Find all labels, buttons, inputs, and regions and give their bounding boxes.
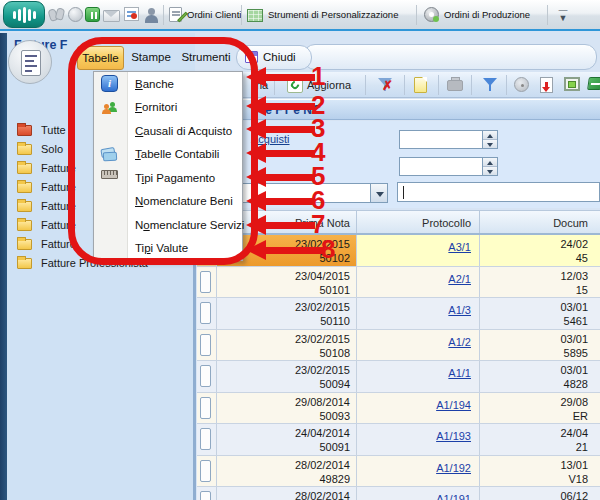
user-icon[interactable] (143, 7, 160, 24)
edit-document-icon (169, 7, 182, 22)
protocollo-link[interactable]: A1/2 (448, 336, 471, 348)
filter-clear-icon[interactable]: ✗ (377, 77, 393, 93)
ordini-clienti-button[interactable]: Ordini Clienti (187, 9, 241, 20)
map-pin-icon[interactable] (124, 7, 139, 21)
row-selector[interactable] (197, 456, 217, 487)
table-row[interactable]: 23/02/201550094 A1/1 03/014828 (197, 361, 600, 393)
folder-icon (17, 258, 32, 269)
protocollo-link[interactable]: A1/191 (436, 493, 471, 500)
spinner-buttons[interactable] (482, 158, 497, 175)
numeric-spinner-field-1[interactable] (399, 130, 498, 149)
grid-body: 23/02/201550102 A3/1 24/0245 23/04/20155… (197, 235, 600, 500)
folder-icon (17, 201, 32, 212)
protocollo-link[interactable]: A2/1 (448, 273, 471, 285)
row-selector[interactable] (197, 267, 217, 298)
toolbar-separator (241, 5, 242, 25)
document-list-icon (21, 50, 41, 76)
folder-icon (17, 220, 32, 231)
toolbar-separator (416, 5, 417, 25)
clock-icon[interactable] (514, 77, 529, 92)
table-row[interactable]: 23/04/201550101 A2/1 12/0315 (197, 267, 600, 299)
row-selector[interactable] (197, 330, 217, 361)
application-toolbar: Ordini Clienti Strumenti di Personalizza… (0, 0, 600, 31)
pause-icon[interactable] (85, 7, 100, 22)
row-selector[interactable] (197, 487, 217, 500)
chevron-down-icon[interactable]: —▼ (556, 6, 570, 23)
column-header-protocollo[interactable]: Protocollo (357, 211, 480, 233)
column-header-documento[interactable]: Docum (480, 211, 600, 233)
text-caret (403, 186, 404, 199)
folder-icon (17, 182, 32, 193)
left-accent-strip (0, 33, 7, 500)
folder-icon (17, 144, 32, 155)
protocollo-link[interactable]: A1/1 (448, 367, 471, 379)
table-row[interactable]: 24/04/201450091 A1/193 24/0421 (197, 424, 600, 456)
gear-icon (424, 7, 439, 22)
empty-tab-group (303, 44, 597, 70)
table-row[interactable]: 28/02/201449829 A1/192 13/01V18 (197, 456, 600, 488)
table-row[interactable]: 29/08/201450093 A1/194 29/08ER (197, 393, 600, 425)
protocollo-link[interactable]: A1/193 (436, 430, 471, 442)
protocollo-link[interactable]: A1/194 (436, 399, 471, 411)
spinner-buttons[interactable] (482, 131, 497, 148)
row-selector[interactable] (197, 361, 217, 392)
row-selector[interactable] (197, 424, 217, 455)
table-grid-icon (247, 9, 263, 22)
main-menu-button[interactable] (8, 40, 52, 84)
printer-icon[interactable] (447, 80, 463, 91)
annotation-highlight-box (68, 37, 258, 265)
filter-icon[interactable] (482, 77, 498, 93)
strumenti-personalizzazione-button[interactable]: Strumenti di Personalizzazione (268, 9, 398, 20)
dropdown-arrow-button[interactable] (370, 184, 387, 202)
export-document-icon[interactable] (540, 77, 553, 93)
numeric-spinner-field-2[interactable] (399, 157, 498, 176)
window-preview-icon[interactable] (564, 77, 580, 91)
app-logo-icon[interactable] (3, 1, 45, 28)
mail-icon[interactable] (103, 10, 120, 22)
protocollo-link[interactable]: A3/1 (448, 241, 471, 253)
row-selector[interactable] (197, 298, 217, 329)
folder-icon (17, 239, 32, 250)
table-row[interactable]: 28/02/2014 A1/191 06/12 (197, 487, 600, 500)
row-selector[interactable] (197, 393, 217, 424)
search-text-input[interactable] (397, 182, 600, 202)
book-icon[interactable] (587, 77, 600, 90)
toolbar-separator (163, 5, 164, 25)
ordini-produzione-button[interactable]: Ordini di Produzione (444, 9, 530, 20)
protocollo-link[interactable]: A1/192 (436, 462, 471, 474)
protocollo-link[interactable]: A1/3 (448, 304, 471, 316)
folder-icon (17, 163, 32, 174)
sphere-icon[interactable] (68, 7, 83, 22)
gloves-icon[interactable] (49, 7, 66, 24)
toolbar-separator (547, 5, 548, 25)
folder-icon (17, 125, 32, 136)
table-row[interactable]: 23/02/201550108 A1/2 03/015895 (197, 330, 600, 362)
new-document-icon[interactable] (414, 77, 427, 93)
table-row[interactable]: 23/02/201550110 A1/3 03/015461 (197, 298, 600, 330)
